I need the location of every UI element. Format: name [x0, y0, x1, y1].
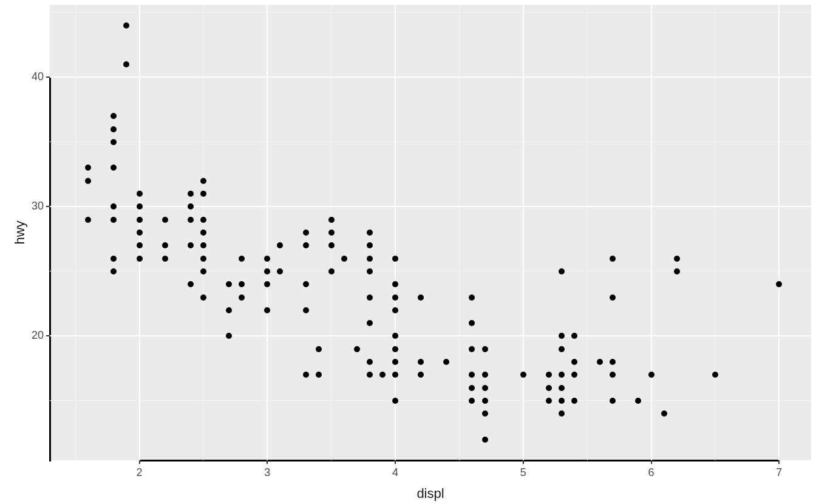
y-minor-gridline: [50, 141, 811, 142]
data-point: [200, 295, 206, 301]
data-point: [367, 230, 373, 236]
data-point: [162, 242, 168, 248]
data-point: [610, 295, 616, 301]
data-point: [110, 126, 117, 132]
data-point: [316, 346, 322, 352]
data-point: [559, 398, 565, 404]
data-point: [188, 281, 194, 287]
data-point: [137, 191, 143, 197]
x-tick: [395, 460, 396, 464]
data-point: [85, 217, 91, 223]
data-point: [482, 385, 488, 391]
data-point: [200, 256, 206, 262]
y-axis-title: hwy: [12, 220, 28, 245]
data-point: [200, 191, 206, 197]
data-point: [200, 268, 206, 274]
data-point: [610, 256, 616, 262]
y-major-gridline: [50, 206, 811, 207]
x-tick-label: 4: [389, 466, 401, 479]
x-tick: [778, 460, 780, 464]
data-point: [482, 346, 488, 352]
data-point: [303, 281, 309, 287]
data-point: [200, 178, 206, 184]
data-point: [137, 230, 143, 236]
data-point: [303, 372, 309, 378]
data-point: [239, 256, 245, 262]
data-point: [482, 437, 488, 443]
y-tick-label: 30: [25, 200, 44, 213]
y-major-gridline: [50, 77, 811, 78]
x-major-gridline: [651, 5, 652, 460]
x-axis-title: displ: [50, 486, 811, 502]
x-major-gridline: [523, 5, 524, 460]
y-tick-label: 20: [25, 329, 44, 342]
data-point: [303, 307, 309, 313]
x-tick-label: 5: [517, 466, 529, 479]
data-point: [239, 295, 245, 301]
data-point: [482, 372, 488, 378]
y-minor-gridline: [50, 400, 811, 401]
data-point: [188, 217, 194, 223]
plot-panel: [50, 5, 811, 460]
data-point: [328, 217, 335, 223]
data-point: [674, 256, 680, 262]
y-minor-gridline: [50, 12, 811, 13]
data-point: [367, 320, 373, 326]
x-tick: [139, 460, 140, 464]
data-point: [418, 295, 424, 301]
data-point: [546, 385, 552, 391]
data-point: [392, 346, 398, 352]
data-point: [200, 230, 206, 236]
data-point: [328, 268, 335, 274]
x-major-gridline: [778, 5, 780, 460]
x-minor-gridline: [587, 5, 588, 460]
data-point: [162, 256, 168, 262]
data-point: [328, 242, 335, 248]
x-tick-label: 3: [261, 466, 273, 479]
data-point: [110, 256, 117, 262]
data-point: [137, 203, 143, 209]
data-point: [648, 372, 654, 378]
x-tick: [267, 460, 268, 464]
data-point: [367, 359, 373, 365]
x-tick: [651, 460, 652, 464]
data-point: [137, 256, 143, 262]
y-tick: [46, 77, 50, 78]
data-point: [392, 307, 398, 313]
data-point: [546, 398, 552, 404]
data-point: [316, 372, 322, 378]
data-point: [392, 295, 398, 301]
x-minor-gridline: [459, 5, 460, 460]
data-point: [559, 268, 565, 274]
x-minor-gridline: [715, 5, 715, 460]
data-point: [162, 217, 168, 223]
data-point: [226, 307, 232, 313]
data-point: [367, 256, 373, 262]
y-axis-line: [49, 77, 51, 461]
data-point: [137, 242, 143, 248]
x-major-gridline: [395, 5, 396, 460]
data-point: [367, 268, 373, 274]
data-point: [559, 346, 565, 352]
data-point: [392, 256, 398, 262]
data-point: [367, 295, 373, 301]
data-point: [661, 410, 667, 417]
data-point: [137, 217, 143, 223]
data-point: [303, 242, 309, 248]
y-tick: [46, 206, 50, 207]
data-point: [328, 230, 335, 236]
data-point: [559, 385, 565, 391]
y-minor-gridline: [50, 271, 811, 271]
data-point: [188, 191, 194, 197]
data-point: [482, 410, 488, 417]
data-point: [392, 398, 398, 404]
data-point: [85, 178, 91, 184]
y-tick: [46, 335, 50, 336]
x-tick-label: 6: [645, 466, 658, 479]
data-point: [264, 256, 270, 262]
x-minor-gridline: [75, 5, 76, 460]
x-major-gridline: [267, 5, 268, 460]
data-point: [341, 256, 347, 262]
data-point: [200, 217, 206, 223]
x-tick-label: 7: [773, 466, 785, 479]
